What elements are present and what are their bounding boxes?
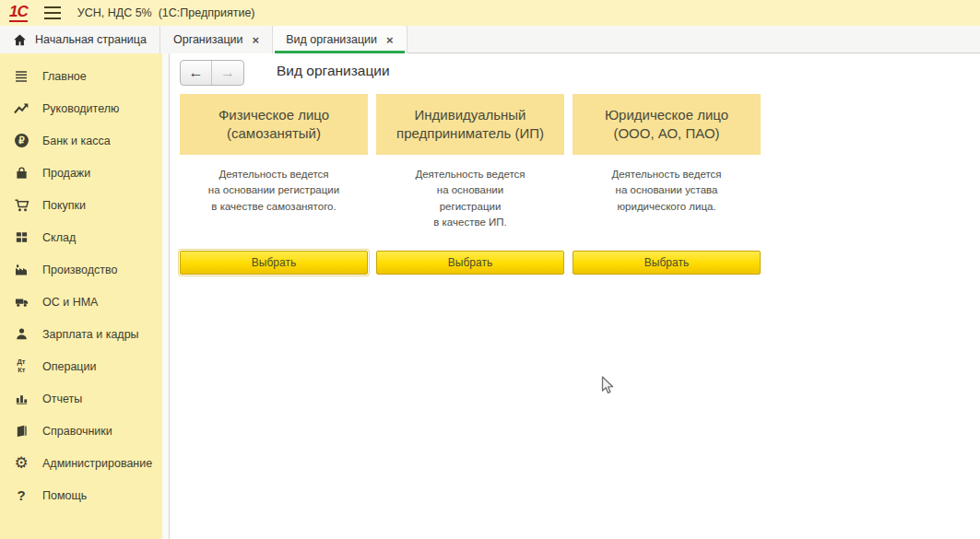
choose-selfemployed-button[interactable]: Выбрать — [180, 251, 368, 275]
window-title: УСН, НДС 5% (1С:Предприятие) — [77, 6, 255, 19]
ruble-coin-icon: ₽ — [12, 132, 30, 150]
warehouse-grid-icon — [12, 228, 30, 247]
gear-icon: ⚙ — [12, 454, 30, 473]
close-icon[interactable]: × — [253, 34, 260, 46]
back-button[interactable]: ← — [181, 61, 212, 85]
debit-credit-icon: Дт Кт — [12, 357, 30, 376]
trend-chart-icon — [12, 100, 30, 118]
sidebar-item-administrirovanie[interactable]: ⚙ Администрирование — [0, 447, 162, 479]
section-sidebar: Главное Руководителю ₽ Банк и касса — [0, 53, 162, 539]
tab-label: Вид организации — [286, 33, 377, 46]
sidebar-item-os-i-nma[interactable]: ОС и НМА — [0, 286, 162, 318]
sidebar-item-sklad[interactable]: Склад — [0, 221, 162, 253]
sidebar-item-zarplata-i-kadry[interactable]: Зарплата и кадры — [0, 318, 162, 350]
question-icon: ? — [12, 486, 30, 505]
tab-label: Организации — [173, 33, 243, 46]
main-menu-hamburger-icon[interactable] — [44, 6, 61, 19]
bar-chart-icon — [12, 390, 30, 408]
sidebar-item-pomosch[interactable]: ? Помощь — [0, 479, 162, 511]
card-description: Деятельность ведется на основании регист… — [180, 167, 368, 215]
choose-entrepreneur-button[interactable]: Выбрать — [376, 251, 564, 275]
svg-text:₽: ₽ — [18, 135, 25, 146]
sidebar-item-pokupki[interactable]: Покупки — [0, 189, 162, 221]
card-legal-entity: Юридическое лицо (ООО, АО, ПАО) Деятельн… — [573, 94, 761, 275]
person-icon — [12, 325, 30, 344]
sidebar-item-proizvodstvo[interactable]: Производство — [0, 253, 162, 286]
tab-home-page[interactable]: Начальная страница — [0, 26, 160, 53]
menu-lines-icon — [12, 67, 30, 86]
card-description: Деятельность ведется на основании устава… — [573, 167, 761, 215]
card-title: Индивидуальный предприниматель (ИП) — [376, 94, 564, 155]
sidebar-scrollbar — [162, 53, 170, 539]
history-nav-group: ← → — [180, 60, 244, 86]
card-description: Деятельность ведется на основании регист… — [376, 167, 564, 230]
title-bar: 1С УСН, НДС 5% (1С:Предприятие) — [0, 0, 980, 26]
shopping-bag-icon — [12, 164, 30, 182]
app-window: 1С УСН, НДС 5% (1С:Предприятие) Начальна… — [0, 0, 980, 539]
tab-label: Начальная страница — [35, 33, 147, 46]
sidebar-item-spravochniki[interactable]: Справочники — [0, 415, 162, 447]
sidebar-item-operacii[interactable]: Дт Кт Операции — [0, 350, 162, 382]
main-content: ← → Вид организации Физическое лицо (сам… — [171, 53, 980, 539]
card-title: Юридическое лицо (ООО, АО, ПАО) — [573, 94, 761, 155]
close-icon[interactable]: × — [386, 34, 394, 46]
sidebar-item-glavnoe[interactable]: Главное — [0, 60, 162, 92]
tab-bar: Начальная страница Организации × Вид орг… — [0, 26, 980, 53]
1c-logo-icon: 1С — [9, 4, 28, 22]
card-title: Физическое лицо (самозанятый) — [180, 94, 368, 155]
sidebar-item-prodazhi[interactable]: Продажи — [0, 157, 162, 189]
tab-organization-type[interactable]: Вид организации × — [273, 26, 407, 53]
forward-button[interactable]: → — [212, 61, 243, 85]
books-icon — [12, 422, 30, 440]
shopping-cart-icon — [12, 196, 30, 215]
truck-icon — [12, 293, 30, 311]
sidebar-item-bank-i-kassa[interactable]: ₽ Банк и касса — [0, 124, 162, 157]
sidebar-item-otchety[interactable]: Отчеты — [0, 382, 162, 415]
card-individual-entrepreneur: Индивидуальный предприниматель (ИП) Деят… — [376, 94, 564, 275]
sidebar-item-rukovoditelyu[interactable]: Руководителю — [0, 92, 162, 124]
organization-type-cards: Физическое лицо (самозанятый) Деятельнос… — [180, 94, 761, 275]
choose-legal-entity-button[interactable]: Выбрать — [573, 251, 761, 275]
tab-organizations[interactable]: Организации × — [160, 26, 273, 53]
home-icon — [13, 33, 27, 47]
card-individual-selfemployed: Физическое лицо (самозанятый) Деятельнос… — [180, 94, 368, 275]
page-title: Вид организации — [277, 63, 390, 79]
factory-icon — [12, 261, 30, 279]
